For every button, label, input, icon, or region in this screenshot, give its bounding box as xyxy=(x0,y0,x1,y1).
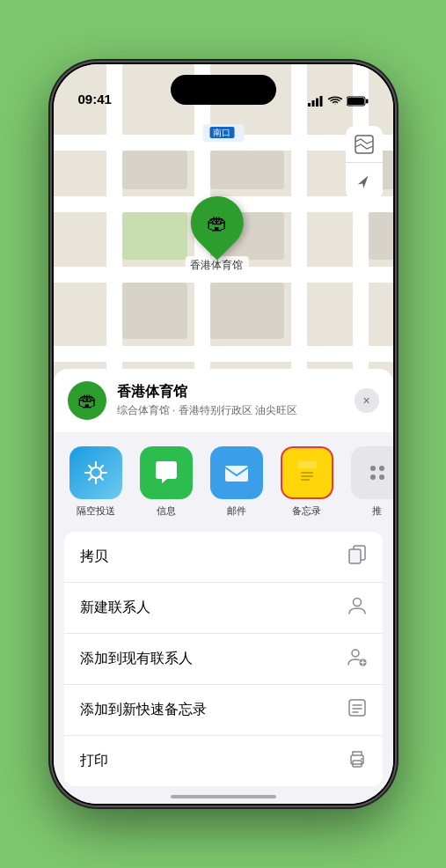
svg-point-18 xyxy=(352,650,359,657)
share-row: 隔空投送 信息 xyxy=(54,432,393,525)
svg-rect-7 xyxy=(355,136,373,153)
mail-icon xyxy=(210,446,263,499)
svg-rect-5 xyxy=(347,98,364,105)
notes-label: 备忘录 xyxy=(292,504,321,518)
action-add-contact[interactable]: 添加到现有联系人 xyxy=(64,634,383,685)
action-print-text: 打印 xyxy=(80,752,108,770)
messages-icon xyxy=(140,446,193,499)
messages-label: 信息 xyxy=(157,504,176,518)
signal-icon xyxy=(308,96,324,107)
map-location-label: 南口 xyxy=(202,124,244,142)
svg-rect-20 xyxy=(349,700,365,716)
share-item-notes[interactable]: 备忘录 xyxy=(272,446,342,518)
svg-rect-3 xyxy=(319,96,322,107)
venue-icon: 🏟 xyxy=(68,381,106,420)
venue-name: 香港体育馆 xyxy=(117,383,344,401)
action-new-contact[interactable]: 新建联系人 xyxy=(64,583,383,634)
note-icon xyxy=(347,698,367,722)
person-icon xyxy=(347,596,367,620)
airdrop-icon xyxy=(69,446,122,499)
print-icon xyxy=(347,749,367,773)
svg-rect-16 xyxy=(349,549,361,563)
svg-rect-14 xyxy=(301,479,310,481)
action-quick-note[interactable]: 添加到新快速备忘录 xyxy=(64,685,383,736)
venue-card: 🏟 香港体育馆 综合体育馆 · 香港特别行政区 油尖旺区 × xyxy=(54,369,393,432)
venue-info: 香港体育馆 综合体育馆 · 香港特别行政区 油尖旺区 xyxy=(117,383,344,418)
share-item-more[interactable]: 推 xyxy=(342,446,393,518)
action-add-contact-text: 添加到现有联系人 xyxy=(80,650,193,668)
dynamic-island xyxy=(171,75,276,105)
share-item-messages[interactable]: 信息 xyxy=(131,446,201,518)
notes-icon xyxy=(281,446,333,499)
mail-label: 邮件 xyxy=(227,504,246,518)
airdrop-label: 隔空投送 xyxy=(77,504,115,518)
wifi-icon xyxy=(328,96,342,107)
svg-rect-2 xyxy=(316,99,318,107)
svg-rect-9 xyxy=(225,466,248,482)
svg-point-23 xyxy=(361,758,362,760)
svg-point-17 xyxy=(353,599,361,607)
svg-rect-13 xyxy=(301,475,313,477)
share-item-mail[interactable]: 邮件 xyxy=(201,446,272,518)
phone-screen: 09:41 xyxy=(54,64,393,804)
pin-icon: 🏟 xyxy=(179,186,254,261)
location-button[interactable] xyxy=(346,163,383,200)
action-new-contact-text: 新建联系人 xyxy=(80,599,150,617)
share-item-airdrop[interactable]: 隔空投送 xyxy=(61,446,131,518)
action-print[interactable]: 打印 xyxy=(64,736,383,786)
copy-icon xyxy=(347,545,367,569)
svg-rect-0 xyxy=(308,103,311,107)
stadium-pin[interactable]: 🏟 香港体育馆 xyxy=(185,196,248,275)
map-controls xyxy=(346,126,383,200)
more-label: 推 xyxy=(372,504,382,518)
action-copy[interactable]: 拷贝 xyxy=(64,532,383,583)
svg-rect-6 xyxy=(366,99,369,104)
bottom-sheet: 🏟 香港体育馆 综合体育馆 · 香港特别行政区 油尖旺区 × xyxy=(54,369,393,804)
svg-rect-11 xyxy=(297,461,317,468)
phone-frame: 09:41 xyxy=(52,63,395,805)
map-type-button[interactable] xyxy=(346,126,383,163)
action-list: 拷贝 新建联系人 xyxy=(64,532,383,786)
action-copy-text: 拷贝 xyxy=(80,548,108,566)
svg-rect-12 xyxy=(301,472,313,474)
status-time: 09:41 xyxy=(78,92,112,107)
action-quick-note-text: 添加到新快速备忘录 xyxy=(80,701,207,719)
home-indicator xyxy=(171,795,276,798)
venue-close-button[interactable]: × xyxy=(355,388,379,413)
svg-rect-1 xyxy=(311,100,314,107)
venue-description: 综合体育馆 · 香港特别行政区 油尖旺区 xyxy=(117,403,344,418)
status-icons xyxy=(308,96,369,107)
more-icon xyxy=(351,446,393,499)
battery-icon xyxy=(347,96,369,107)
person-add-icon xyxy=(347,647,367,671)
